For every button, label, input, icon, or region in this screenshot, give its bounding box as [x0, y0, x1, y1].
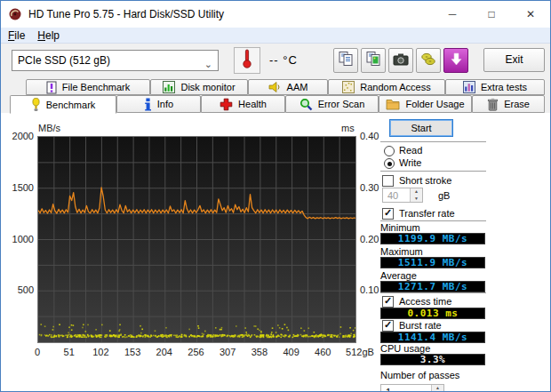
disks-button[interactable]: [416, 48, 441, 73]
titlebar: HD Tune Pro 5.75 - Hard Disk/SSD Utility…: [1, 1, 550, 28]
read-label: Read: [399, 145, 422, 156]
tab-label: Folder Usage: [405, 99, 464, 109]
file-benchmark-icon: [46, 81, 57, 94]
folder-icon: [386, 98, 400, 110]
transfer-rate-label: Transfer rate: [399, 208, 455, 219]
tab-disk-monitor[interactable]: Disk monitor: [150, 79, 248, 95]
left-axis-unit: MB/s: [38, 123, 60, 133]
benchmark-icon: [31, 98, 41, 112]
tab-label: File Benchmark: [62, 82, 130, 92]
separator: [380, 292, 486, 294]
minimum-value: 1199.9 MB/s: [380, 233, 485, 244]
x-axis-tick: 0: [20, 347, 55, 357]
download-arrow-icon: [451, 52, 462, 69]
passes-value: 1: [381, 385, 431, 392]
screenshot-button[interactable]: [388, 48, 413, 73]
thermometer-icon: [242, 48, 252, 73]
disk-monitor-icon: [163, 81, 175, 93]
speaker-icon: [268, 81, 282, 93]
short-stroke-label: Short stroke: [399, 175, 451, 186]
tab-erase[interactable]: Erase: [472, 95, 545, 113]
minimize-button[interactable]: ─: [433, 1, 472, 28]
cpu-usage-value: 3.3%: [380, 354, 485, 365]
y-axis-tick: 2000: [5, 131, 34, 141]
disks-icon: [420, 52, 436, 70]
temperature-button[interactable]: [234, 47, 260, 74]
up-arrow-icon[interactable]: ▲: [432, 385, 443, 392]
menu-file[interactable]: File: [8, 29, 25, 42]
exit-button[interactable]: Exit: [483, 48, 545, 72]
stepper-arrows[interactable]: ▲▼: [431, 385, 443, 392]
read-radio[interactable]: [384, 146, 395, 156]
app-icon: [8, 7, 22, 21]
tab-error-scan[interactable]: Error Scan: [285, 95, 379, 113]
short-stroke-value: 40: [383, 188, 410, 202]
x-axis-tick: 102: [83, 347, 118, 357]
separator: [380, 141, 486, 143]
y-axis-tick: 500: [5, 284, 34, 295]
right-axis-unit: ms: [341, 123, 355, 133]
x-axis-tick: 204: [147, 347, 182, 357]
tab-label: Extra tests: [481, 82, 527, 92]
burst-rate-checkbox[interactable]: [382, 320, 394, 332]
tab-label: Benchmark: [46, 100, 96, 110]
maximum-label: Maximum: [380, 246, 423, 257]
y-axis-tick: 1000: [5, 234, 34, 244]
access-time-label: Access time: [399, 296, 451, 307]
short-stroke-checkbox[interactable]: [382, 175, 394, 187]
y-axis-tick: 1500: [5, 182, 34, 193]
tab-label: Random Access: [360, 82, 430, 92]
x-axis-tick: 51: [52, 347, 87, 357]
burst-rate-label: Burst rate: [399, 320, 442, 331]
info-icon: [144, 98, 152, 111]
toolbar: PCIe SSD (512 gB) ⌄ -- °C Exit: [1, 44, 550, 79]
drive-select-value: PCIe SSD (512 gB): [18, 54, 110, 67]
down-arrow-icon[interactable]: ▼: [411, 196, 422, 203]
tab-info[interactable]: Info: [116, 95, 201, 113]
tab-benchmark[interactable]: Benchmark: [10, 95, 116, 114]
close-button[interactable]: ✕: [511, 1, 550, 28]
x-axis-tick: 307: [210, 347, 245, 357]
tab-health[interactable]: Health: [201, 95, 285, 113]
up-arrow-icon[interactable]: ▲: [411, 188, 422, 196]
average-value: 1271.7 MB/s: [380, 281, 485, 292]
maximize-button[interactable]: □: [472, 1, 511, 28]
download-button[interactable]: [443, 48, 468, 73]
x-axis-tick: 409: [274, 347, 309, 357]
camera-icon: [393, 52, 409, 69]
menu-help[interactable]: Help: [37, 29, 60, 42]
y2-axis-tick: 0.40: [360, 131, 390, 141]
tab-label: Error Scan: [318, 99, 365, 109]
primary-tab-row: BenchmarkInfoHealthError ScanFolder Usag…: [1, 95, 550, 113]
passes-stepper[interactable]: 1 ▲▼: [380, 384, 444, 392]
benchmark-chart: [37, 136, 356, 343]
burst-rate-value: 1141.4 MB/s: [380, 332, 485, 343]
write-radio[interactable]: [384, 158, 395, 169]
short-stroke-stepper[interactable]: 40 ▲▼: [382, 188, 423, 203]
benchmark-panel: MB/s ms 2000150010005000.400.300.200.100…: [1, 113, 551, 392]
tab-file-benchmark[interactable]: File Benchmark: [26, 79, 150, 95]
tab-aam[interactable]: AAM: [248, 79, 328, 95]
transfer-rate-checkbox[interactable]: [382, 208, 394, 220]
tab-extra-tests[interactable]: Extra tests: [445, 79, 545, 95]
cpu-usage-label: CPU usage: [380, 343, 430, 354]
x-axis-tick: 358: [242, 347, 277, 357]
tab-label: Health: [238, 99, 267, 109]
tab-random-access[interactable]: Random Access: [328, 79, 445, 95]
health-icon: [220, 98, 233, 111]
average-label: Average: [380, 270, 417, 281]
drive-select[interactable]: PCIe SSD (512 gB) ⌄: [12, 50, 219, 71]
temperature-value: -- °C: [269, 53, 298, 67]
copy-image-button[interactable]: [361, 48, 386, 73]
copy-image-icon: [365, 51, 381, 70]
stepper-arrows[interactable]: ▲▼: [410, 188, 422, 202]
start-button[interactable]: Start: [389, 119, 453, 137]
tab-label: Disk monitor: [180, 82, 235, 92]
copy-text-button[interactable]: [333, 48, 358, 73]
x-axis-tick: 256: [179, 347, 214, 357]
chevron-down-icon: ⌄: [204, 54, 212, 74]
access-time-checkbox[interactable]: [382, 296, 394, 308]
window-title: HD Tune Pro 5.75 - Hard Disk/SSD Utility: [28, 8, 224, 20]
extra-tests-icon: [463, 81, 475, 93]
tab-folder-usage[interactable]: Folder Usage: [379, 95, 472, 113]
